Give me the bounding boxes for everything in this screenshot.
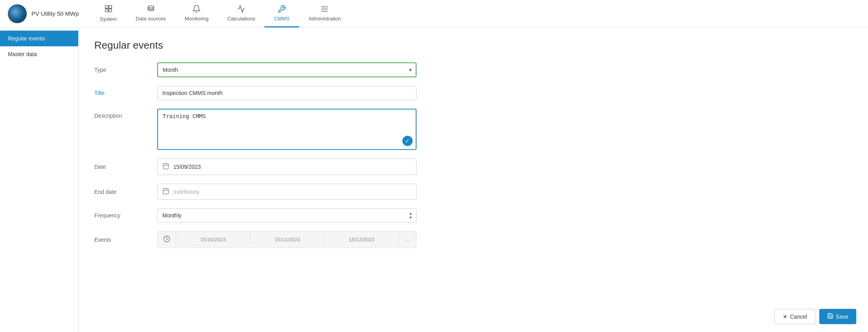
svg-rect-0 (105, 5, 108, 8)
end-date-row: End date Indefinitely (94, 184, 852, 200)
date-row: Date 15/09/2023 (94, 159, 852, 175)
type-field: Day Week Month Year ▾ (157, 62, 417, 77)
system-icon (104, 4, 113, 15)
nav-item-system[interactable]: System (90, 0, 126, 27)
title-field (157, 86, 417, 100)
svg-rect-1 (109, 5, 112, 8)
svg-rect-3 (109, 9, 112, 11)
svg-rect-8 (163, 164, 169, 169)
title-row: Title (94, 86, 852, 100)
events-field: 15/10/2023 15/11/2023 15/12/2023 ... (157, 231, 417, 248)
footer-buttons: ✕ Cancel Save (774, 309, 856, 324)
title-label: Title (94, 90, 157, 96)
type-row: Type Day Week Month Year ▾ (94, 62, 852, 77)
end-date-field[interactable]: Indefinitely (157, 184, 417, 200)
save-icon (827, 313, 833, 320)
frequency-row: Frequency Daily Weekly Monthly Yearly ▲ … (94, 208, 852, 223)
nav-label-monitoring: Monitoring (185, 16, 209, 22)
calendar-icon (162, 162, 169, 171)
cancel-button[interactable]: ✕ Cancel (774, 309, 815, 324)
event-date-1: 15/10/2023 (176, 233, 250, 246)
frequency-select[interactable]: Daily Weekly Monthly Yearly (157, 208, 417, 223)
nav-label-cmms: CMMS (274, 16, 290, 22)
nav-label-calculations: Calculations (228, 16, 255, 22)
sidebar-item-master-data[interactable]: Master data (0, 46, 78, 62)
end-date-calendar-icon (162, 188, 169, 196)
frequency-field: Daily Weekly Monthly Yearly ▲ ▼ (157, 208, 417, 223)
events-label: Events (94, 237, 157, 243)
cancel-icon: ✕ (783, 314, 787, 320)
description-field: Training CMMS ✓ (157, 109, 417, 150)
event-date-3: 15/12/2023 (325, 233, 399, 246)
top-nav: PV Utility 50 MWp System Data sources Mo… (0, 0, 868, 27)
administration-icon (320, 5, 329, 15)
svg-rect-12 (163, 189, 169, 194)
data-sources-icon (147, 5, 155, 15)
logo (8, 4, 27, 23)
page-title: Regular events (94, 39, 852, 51)
date-value: 15/09/2023 (173, 164, 201, 170)
save-label: Save (836, 314, 848, 320)
sidebar: Regular events Master data (0, 27, 79, 332)
description-textarea[interactable]: Training CMMS (157, 109, 417, 150)
monitoring-icon (192, 5, 201, 15)
sidebar-item-regular-events[interactable]: Regular events (0, 31, 78, 46)
event-date-2: 15/11/2023 (250, 233, 325, 246)
description-row: Description Training CMMS ✓ (94, 109, 852, 150)
svg-point-4 (148, 5, 154, 8)
nav-label-system: System (100, 16, 117, 22)
type-select[interactable]: Day Week Month Year (157, 62, 417, 77)
end-date-placeholder: Indefinitely (173, 189, 200, 195)
nav-item-administration[interactable]: Administration (299, 0, 350, 27)
nav-item-monitoring[interactable]: Monitoring (175, 0, 218, 27)
nav-item-cmms[interactable]: CMMS (264, 0, 299, 27)
nav-item-calculations[interactable]: Calculations (218, 0, 265, 27)
calculations-icon (237, 5, 246, 15)
events-row: Events 15/10/2023 15/11/2023 15/12/2023 … (94, 231, 852, 248)
main-layout: Regular events Master data Regular event… (0, 27, 868, 332)
cancel-label: Cancel (790, 314, 807, 320)
cmms-icon (277, 5, 286, 15)
date-field[interactable]: 15/09/2023 (157, 159, 417, 175)
description-label: Description (94, 109, 157, 119)
end-date-label: End date (94, 189, 157, 195)
title-input[interactable] (157, 86, 417, 100)
app-title: PV Utility 50 MWp (31, 10, 79, 17)
events-more: ... (399, 233, 416, 247)
frequency-label: Frequency (94, 212, 157, 219)
nav-item-data-sources[interactable]: Data sources (126, 0, 175, 27)
logo-area: PV Utility 50 MWp (8, 4, 90, 23)
nav-label-administration: Administration (308, 16, 341, 22)
nav-items: System Data sources Monitoring Calculati… (90, 0, 860, 27)
svg-rect-2 (105, 9, 108, 11)
nav-label-data-sources: Data sources (136, 16, 166, 22)
type-label: Type (94, 67, 157, 73)
textarea-check-icon: ✓ (402, 136, 413, 146)
save-button[interactable]: Save (819, 309, 856, 324)
date-label: Date (94, 164, 157, 170)
content-area: Regular events Type Day Week Month Year … (79, 27, 868, 332)
events-clock-icon (158, 232, 176, 248)
